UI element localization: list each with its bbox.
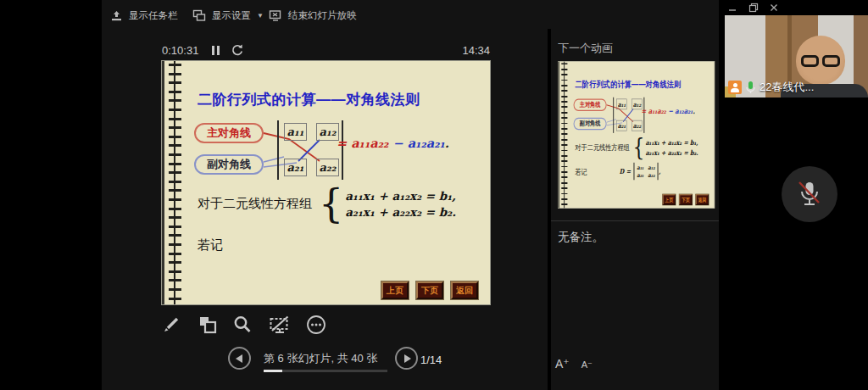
determinant-matrix: a₁₁ a₁₂ a₂₁ a₂₂ xyxy=(277,120,343,180)
formula-period: . xyxy=(445,136,449,150)
pause-timer-button[interactable] xyxy=(212,46,220,55)
microphone-muted-button[interactable] xyxy=(782,166,837,222)
determinant-formula: = a₁₁a₂₂ − a₁₂a₂₁. xyxy=(337,136,449,150)
page-indicator: 1/14 xyxy=(420,354,442,366)
right-arrow-icon xyxy=(404,354,411,363)
end-slideshow-button[interactable]: 结束幻灯片放映 xyxy=(269,7,357,24)
participant-overlay: 22春线代... xyxy=(728,80,814,95)
note-label: 若记 xyxy=(198,237,223,254)
slide-title: 二阶行列式的计算——对角线法则 xyxy=(198,90,420,109)
system-brace: { xyxy=(319,185,343,222)
slide-nav-buttons: 上页 下页 返回 xyxy=(381,281,478,299)
slide-progress-bar xyxy=(264,370,387,372)
restore-window-button[interactable] xyxy=(748,3,759,13)
font-decrease-button[interactable]: A⁻ xyxy=(581,359,593,370)
minimize-button[interactable] xyxy=(727,3,737,13)
notes-text: 无备注。 xyxy=(558,230,604,245)
font-increase-button[interactable]: A⁺ xyxy=(555,357,570,370)
next-animation-header: 下一个动画 xyxy=(558,41,613,56)
matrix-a11: a₁₁ xyxy=(284,123,307,141)
notes-divider xyxy=(551,220,719,221)
diagonal-rule-diagram: 主对角线 副对角线 a₁₁ a₁₂ a₂₁ a₂₂ xyxy=(194,120,487,180)
formula-positive-term: = a₁₁a₂₂ xyxy=(337,136,388,150)
more-options-button[interactable] xyxy=(305,314,327,336)
microphone-muted-icon xyxy=(795,179,824,209)
screen-annotate-button[interactable] xyxy=(269,314,291,336)
taskbar-icon xyxy=(110,9,123,22)
matrix-a22: a₂₂ xyxy=(316,159,339,176)
end-slideshow-label: 结束幻灯片放映 xyxy=(288,9,357,22)
previous-slide-button[interactable] xyxy=(228,347,251,370)
glasses xyxy=(801,55,840,67)
slide-next-button[interactable]: 下页 xyxy=(416,281,443,299)
host-badge-icon xyxy=(728,81,742,94)
display-settings-button[interactable]: 显示设置 ▼ xyxy=(192,7,264,24)
display-settings-label: 显示设置 xyxy=(212,9,251,22)
elapsed-timer: 0:10:31 xyxy=(162,44,198,57)
next-animation-thumbnail[interactable]: 二阶行列式的计算——对角线法则 主对角线 副对角线 a₁₁ a₁₂ a₂₁ a₂… xyxy=(558,61,715,209)
active-mic-icon xyxy=(745,81,756,95)
main-diagonal-label: 主对角线 xyxy=(194,123,264,143)
linear-system: 对于二元线性方程组 { a₁₁x₁ + a₁₂x₂ = b₁, a₂₁x₁ + … xyxy=(198,185,456,222)
spiral-binding xyxy=(162,61,184,304)
slide-progress-fill xyxy=(264,370,282,372)
magnifier-button[interactable] xyxy=(231,314,253,336)
spiral-spine xyxy=(174,61,175,304)
slide-sorter-button[interactable] xyxy=(197,314,219,336)
matrix-a21: a₂₁ xyxy=(284,159,307,176)
display-settings-icon xyxy=(192,9,206,22)
formula-negative-term: − a₁₂a₂₁ xyxy=(388,136,444,150)
panel-divider xyxy=(548,29,551,390)
thumb-slide-title: 二阶行列式的计算——对角线法则 xyxy=(575,79,681,91)
slide-status: 第 6 张幻灯片, 共 40 张 xyxy=(264,351,377,366)
slide-prev-button[interactable]: 上页 xyxy=(381,281,409,299)
close-window-button[interactable] xyxy=(769,3,779,13)
equation-1: a₁₁x₁ + a₁₂x₂ = b₁, xyxy=(345,189,456,203)
restart-timer-button[interactable] xyxy=(231,43,244,57)
participant-name: 22春线代... xyxy=(760,80,814,95)
equation-2: a₂₁x₁ + a₂₂x₂ = b₂. xyxy=(345,205,456,219)
app-window: 显示任务栏 显示设置 ▼ 结束幻灯片放映 0:10:31 14:34 xyxy=(0,0,868,390)
show-taskbar-button[interactable]: 显示任务栏 xyxy=(110,7,178,24)
left-arrow-icon xyxy=(236,354,242,363)
participant-video[interactable]: 22春线代... xyxy=(725,15,868,98)
thumb-d-definition: D = a₁₁ a₁₂ a₂₁ a₂₂ , xyxy=(620,163,661,180)
slide-back-button[interactable]: 返回 xyxy=(451,281,478,299)
show-taskbar-label: 显示任务栏 xyxy=(129,9,178,22)
slide-canvas[interactable]: 二阶行列式的计算——对角线法则 主对角线 副对角线 a₁₁ a₁₂ a₂₁ a₂… xyxy=(161,60,491,305)
chevron-down-icon: ▼ xyxy=(257,12,264,20)
matrix-a12: a₁₂ xyxy=(316,123,339,141)
secondary-diagonal-label: 副对角线 xyxy=(194,154,264,175)
end-slideshow-icon xyxy=(269,9,282,22)
next-slide-button[interactable] xyxy=(395,347,418,370)
clock-time: 14:34 xyxy=(458,44,490,57)
pen-tool-button[interactable] xyxy=(160,314,182,336)
notes-font-controls: A⁺ A⁻ xyxy=(555,357,593,370)
thumbnail-slide: 二阶行列式的计算——对角线法则 主对角线 副对角线 a₁₁ a₁₂ a₂₁ a₂… xyxy=(558,61,715,209)
system-label: 对于二元线性方程组 xyxy=(198,196,312,212)
